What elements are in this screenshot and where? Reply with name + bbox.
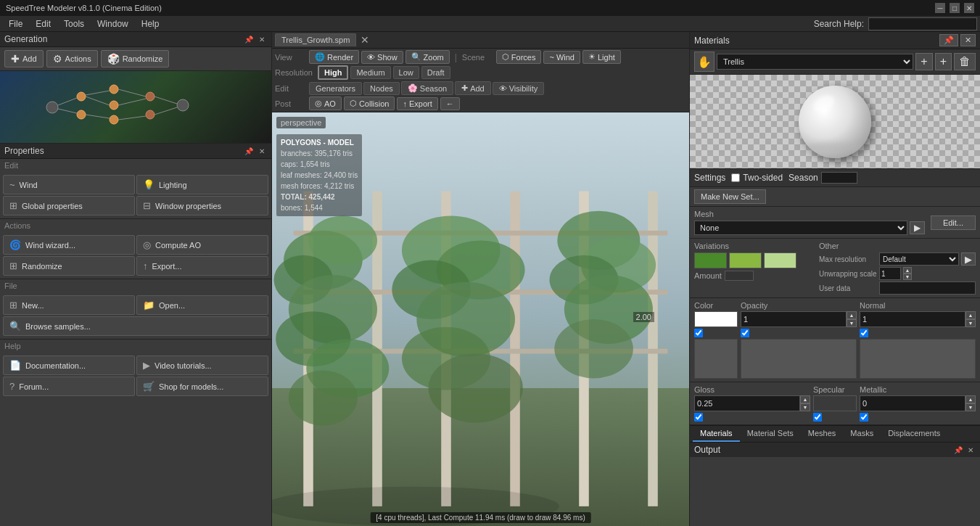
randomize-action-button[interactable]: ⊞ Randomize [3, 256, 135, 276]
actions-button[interactable]: ⚙ Actions [46, 50, 98, 67]
tab-material-sets[interactable]: Material Sets [740, 426, 801, 442]
output-close-btn[interactable]: ✕ [965, 445, 976, 455]
color-checkbox[interactable] [694, 329, 703, 337]
unwrap-down-btn[interactable]: ▼ [903, 274, 912, 280]
menu-help[interactable]: Help [136, 17, 165, 30]
mesh-arrow-btn[interactable]: ▶ [910, 221, 925, 234]
mat-add2-btn[interactable]: + [935, 53, 952, 70]
viewport-tab[interactable]: Trellis_Growth.spm [275, 33, 356, 46]
mat-add-btn[interactable]: + [915, 53, 932, 70]
wind-wizard-button[interactable]: 🌀 Wind wizard... [3, 235, 135, 255]
normal-down-btn[interactable]: ▼ [965, 319, 976, 327]
color-swatch[interactable] [694, 311, 738, 327]
search-input[interactable] [868, 17, 977, 30]
zoom-button[interactable]: 🔍 Zoom [405, 50, 450, 64]
swatch-2[interactable] [729, 252, 762, 268]
shop-for-models-button[interactable]: 🛒 Shop for models... [136, 377, 268, 396]
minimize-button[interactable]: ─ [935, 3, 945, 13]
userdata-input[interactable] [879, 282, 976, 295]
mat-pin-btn[interactable]: 📌 [939, 34, 958, 46]
show-button[interactable]: 👁 Show [361, 51, 403, 64]
normal-input[interactable] [860, 311, 965, 327]
two-sided-checkbox[interactable] [731, 173, 740, 182]
unwrap-input[interactable] [879, 267, 901, 280]
mat-close-btn[interactable]: ✕ [960, 34, 976, 46]
add-tab[interactable]: ✚ Add [455, 81, 491, 95]
properties-close-btn[interactable]: ✕ [257, 146, 267, 156]
open-button[interactable]: 📁 Open... [136, 295, 268, 315]
generators-tab[interactable]: Generators [309, 82, 362, 95]
tab-masks[interactable]: Masks [843, 426, 881, 442]
season-tab[interactable]: 🌸 Season [401, 81, 453, 95]
swatch-3[interactable] [764, 252, 796, 268]
max-res-select[interactable]: Default [879, 252, 959, 266]
visibility-tab[interactable]: 👁 Visibility [493, 82, 545, 95]
opacity-down-btn[interactable]: ▼ [847, 319, 857, 327]
unwrap-up-btn[interactable]: ▲ [903, 267, 912, 274]
mat-delete-btn[interactable]: 🗑 [954, 53, 976, 70]
back-button[interactable]: ← [440, 97, 460, 110]
high-button[interactable]: High [318, 65, 348, 80]
forum-button[interactable]: ? Forum... [3, 377, 135, 396]
swatch-1[interactable] [694, 252, 727, 268]
generation-pin-btn[interactable]: 📌 [244, 34, 254, 44]
normal-checkbox[interactable] [860, 329, 868, 337]
normal-up-btn[interactable]: ▲ [965, 311, 976, 319]
output-pin-btn[interactable]: 📌 [953, 445, 963, 455]
metallic-up-btn[interactable]: ▲ [965, 395, 976, 403]
gloss-input[interactable] [694, 395, 800, 411]
season-color-swatch[interactable] [821, 172, 857, 184]
draft-button[interactable]: Draft [421, 66, 450, 79]
maximize-button[interactable]: □ [950, 3, 960, 13]
tab-close-btn[interactable]: ✕ [358, 34, 372, 46]
metallic-input[interactable] [860, 395, 965, 411]
mesh-edit-button[interactable]: Edit... [931, 215, 976, 230]
wind-scene-button[interactable]: ~ Wind [543, 51, 580, 64]
medium-button[interactable]: Medium [350, 66, 390, 79]
compute-ao-button[interactable]: ◎ Compute AO [136, 235, 268, 255]
gloss-up-btn[interactable]: ▲ [800, 395, 810, 403]
documentation-button[interactable]: 📄 Documentation... [3, 356, 135, 375]
max-res-arrow[interactable]: ▶ [961, 252, 976, 266]
global-properties-button[interactable]: ⊞ Global properties [3, 196, 135, 215]
browse-samples-button[interactable]: 🔍 Browse samples... [3, 316, 268, 336]
opacity-checkbox[interactable] [741, 329, 749, 337]
gloss-down-btn[interactable]: ▼ [800, 403, 810, 411]
mesh-select[interactable]: None [694, 221, 907, 235]
lighting-button[interactable]: 💡 Lighting [136, 175, 268, 194]
tab-displacements[interactable]: Displacements [881, 426, 947, 442]
forces-button[interactable]: ⬡ Forces [496, 50, 542, 64]
menu-file[interactable]: File [3, 17, 28, 30]
viewport[interactable]: TOP FRONT RIGHT perspective POLYGONS - M… [272, 112, 689, 526]
export-post-button[interactable]: ↑ Export [397, 97, 437, 110]
material-select[interactable]: Trellis [717, 54, 913, 70]
low-button[interactable]: Low [393, 66, 419, 79]
light-button[interactable]: ☀ Light [582, 50, 621, 64]
gloss-checkbox[interactable] [694, 413, 703, 422]
video-tutorials-button[interactable]: ▶ Video tutorials... [136, 356, 268, 375]
metallic-checkbox[interactable] [860, 413, 868, 422]
metallic-down-btn[interactable]: ▼ [965, 403, 976, 411]
collision-button[interactable]: ⬡ Collision [344, 96, 395, 110]
make-new-set-button[interactable]: Make New Set... [694, 189, 766, 204]
nodes-tab[interactable]: Nodes [363, 82, 400, 95]
randomize-button[interactable]: 🎲 Randomize [101, 50, 170, 67]
wind-button[interactable]: ~ Wind [3, 175, 135, 194]
close-button[interactable]: ✕ [964, 3, 974, 13]
export-button[interactable]: ↑ Export... [136, 256, 268, 276]
menu-tools[interactable]: Tools [58, 17, 90, 30]
hand-icon[interactable]: ✋ [694, 52, 715, 72]
render-button[interactable]: 🌐 Render [309, 50, 359, 64]
generation-close-btn[interactable]: ✕ [257, 34, 267, 44]
specular-checkbox[interactable] [813, 413, 822, 422]
window-properties-button[interactable]: ⊟ Window properties [136, 196, 268, 215]
add-button[interactable]: ✚ Add [4, 50, 44, 67]
tab-materials[interactable]: Materials [693, 426, 740, 442]
menu-edit[interactable]: Edit [30, 17, 57, 30]
menu-window[interactable]: Window [91, 17, 134, 30]
opacity-input[interactable] [741, 311, 847, 327]
ao-button[interactable]: ◎ AO [309, 96, 342, 110]
new-button[interactable]: ⊞ New... [3, 295, 135, 315]
opacity-up-btn[interactable]: ▲ [847, 311, 857, 319]
tab-meshes[interactable]: Meshes [801, 426, 844, 442]
